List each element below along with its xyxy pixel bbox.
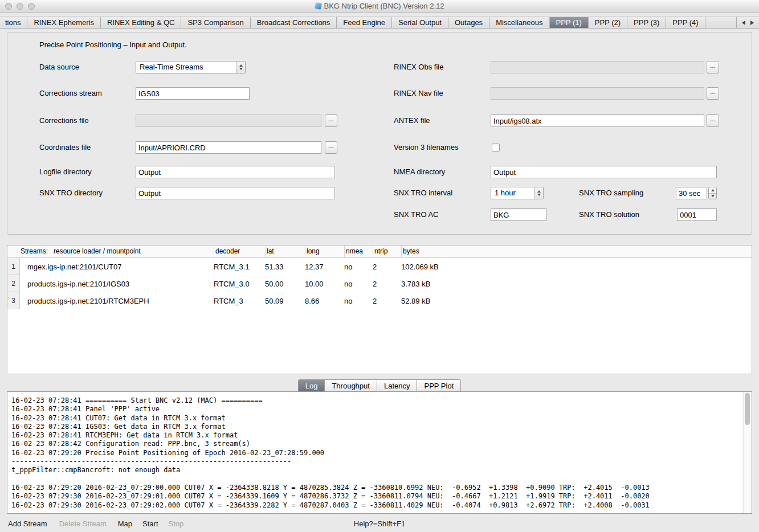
snx-tro-interval-select[interactable]: 1 hour: [491, 187, 544, 199]
streams-table-header: Streams: resource loader / mountpoint de…: [7, 245, 752, 258]
tab-throughput[interactable]: Throughput: [325, 379, 377, 392]
cell-nmea: no: [344, 258, 373, 275]
map-button[interactable]: Map: [118, 519, 132, 528]
corrections-file-input: [136, 114, 321, 127]
data-source-label: Data source: [39, 61, 79, 73]
cell-mountpoint: products.igs-ip.net:2101/IGS03: [20, 275, 214, 292]
tab-miscellaneous[interactable]: Miscellaneous: [489, 17, 549, 28]
cell-nmea: no: [344, 275, 373, 292]
cell-long: 12.37: [305, 258, 344, 275]
col-header-decoder[interactable]: decoder: [214, 245, 265, 257]
log-line: 16-02-23 07:29:30 2016-02-23_07:29:02.00…: [11, 501, 752, 510]
scroll-tabs-left-icon[interactable]: [742, 21, 745, 25]
snx-tro-interval-value: 1 hour: [495, 187, 516, 199]
app-icon: [314, 2, 321, 10]
stepper-down-icon[interactable]: [709, 193, 716, 199]
snx-tro-solution-input[interactable]: [677, 208, 717, 221]
nmea-directory-input[interactable]: [491, 166, 717, 178]
rinex-obs-file-browse-button[interactable]: ...: [707, 61, 719, 73]
col-header-lat[interactable]: lat: [265, 245, 305, 257]
tab-options-clipped[interactable]: tions: [0, 17, 27, 28]
data-source-value: Real-Time Streams: [140, 62, 203, 73]
corrections-stream-input[interactable]: [136, 87, 250, 100]
coordinates-file-browse-button[interactable]: ...: [325, 141, 337, 154]
tab-ppp-2[interactable]: PPP (2): [589, 17, 627, 28]
log-vertical-scrollbar[interactable]: [743, 392, 752, 513]
tab-ppp-plot[interactable]: PPP Plot: [417, 379, 461, 392]
col-header-ntrip[interactable]: ntrip: [373, 245, 401, 257]
tab-outages[interactable]: Outages: [448, 17, 489, 28]
cell-decoder: RTCM_3.0: [214, 275, 265, 292]
col-header-nmea[interactable]: nmea: [344, 245, 373, 257]
logfile-directory-input[interactable]: [136, 166, 335, 178]
tab-rinex-editing-qc[interactable]: RINEX Editing & QC: [101, 17, 182, 28]
tab-ppp-1[interactable]: PPP (1): [550, 17, 589, 28]
col-header-bytes[interactable]: bytes: [401, 245, 752, 257]
log-line: 16-02-23 07:28:41 CUT07: Get data in RTC…: [11, 414, 752, 423]
tab-broadcast-corrections[interactable]: Broadcast Corrections: [251, 17, 337, 28]
main-tab-bar: tions RINEX Ephemeris RINEX Editing & QC…: [0, 17, 759, 28]
log-line: ----------------------------------------…: [11, 457, 752, 466]
cell-decoder: RTCM_3: [214, 292, 265, 309]
cell-long: 8.66: [305, 292, 344, 309]
tab-ppp-3[interactable]: PPP (3): [627, 17, 666, 28]
cell-lat: 51.33: [265, 258, 305, 275]
table-row[interactable]: 3 products.igs-ip.net:2101/RTCM3EPH RTCM…: [7, 292, 752, 309]
snx-tro-solution-label: SNX TRO solution: [579, 208, 639, 221]
rinex-nav-file-browse-button[interactable]: ...: [707, 87, 719, 100]
col-header-long[interactable]: long: [305, 245, 344, 257]
coordinates-file-input[interactable]: [136, 141, 321, 154]
cell-bytes: 52.89 kB: [401, 292, 752, 309]
snx-tro-sampling-input[interactable]: [676, 187, 707, 199]
col-header-mountpoint[interactable]: Streams: resource loader / mountpoint: [7, 245, 214, 257]
rinex-obs-file-label: RINEX Obs file: [394, 61, 443, 73]
log-tab-bar: Log Throughput Latency PPP Plot: [0, 379, 759, 392]
cell-ntrip: 2: [373, 275, 401, 292]
cell-ntrip: 2: [373, 258, 401, 275]
antex-file-input[interactable]: [491, 114, 704, 127]
snx-tro-directory-input[interactable]: [136, 187, 335, 199]
add-stream-button[interactable]: Add Stream: [8, 519, 47, 528]
streams-table: Streams: resource loader / mountpoint de…: [7, 245, 752, 374]
tab-scroll-arrows[interactable]: [736, 17, 759, 28]
tab-rinex-ephemeris[interactable]: RINEX Ephemeris: [27, 17, 100, 28]
tab-sp3-comparison[interactable]: SP3 Comparison: [181, 17, 250, 28]
status-bar: Add Stream Delete Stream Map Start Stop …: [0, 515, 759, 532]
tab-serial-output[interactable]: Serial Output: [392, 17, 448, 28]
tab-log[interactable]: Log: [298, 379, 325, 392]
bnc-window: BKG Ntrip Client (BNC) Version 2.12 tion…: [0, 0, 759, 532]
log-output: 16-02-23 07:28:41 ========== Start BNC v…: [7, 392, 752, 510]
table-row[interactable]: 2 products.igs-ip.net:2101/IGS03 RTCM_3.…: [7, 275, 752, 292]
cell-bytes: 3.783 kB: [401, 275, 752, 292]
tab-latency[interactable]: Latency: [377, 379, 418, 392]
rinex-nav-file-input: [491, 87, 704, 100]
log-line: t_pppFilter::cmpBancroft: not enough dat…: [11, 466, 752, 474]
ppp-input-output-panel: Precise Point Positioning – Input and Ou…: [7, 32, 752, 235]
version3-filenames-checkbox[interactable]: [492, 144, 500, 152]
antex-file-browse-button[interactable]: ...: [707, 114, 719, 127]
snx-tro-directory-label: SNX TRO directory: [39, 187, 103, 199]
scrollbar-thumb[interactable]: [745, 393, 750, 425]
coordinates-file-label: Coordinates file: [39, 141, 91, 154]
rinex-obs-file-input: [491, 61, 704, 73]
help-hint: Help?=Shift+F1: [354, 519, 405, 528]
panel-heading: Precise Point Positioning – Input and Ou…: [39, 40, 187, 49]
snx-tro-sampling-stepper[interactable]: [708, 187, 717, 199]
data-source-select[interactable]: Real-Time Streams: [136, 61, 246, 73]
tab-ppp-4[interactable]: PPP (4): [666, 17, 705, 28]
stepper-up-icon[interactable]: [709, 187, 716, 193]
cell-ntrip: 2: [373, 292, 401, 309]
table-row[interactable]: 1 mgex.igs-ip.net:2101/CUT07 RTCM_3.1 51…: [7, 258, 752, 275]
log-line: 16-02-23 07:29:30 2016-02-23_07:29:01.00…: [11, 492, 752, 501]
corrections-file-browse-button[interactable]: ...: [325, 114, 337, 127]
title-bar: BKG Ntrip Client (BNC) Version 2.12: [0, 0, 759, 13]
snx-tro-ac-input[interactable]: [491, 208, 546, 221]
cell-nmea: no: [344, 292, 373, 309]
scroll-tabs-right-icon[interactable]: [750, 21, 754, 25]
corrections-stream-label: Corrections stream: [39, 87, 102, 100]
cell-long: 10.00: [305, 275, 344, 292]
start-button[interactable]: Start: [142, 519, 158, 528]
version3-filenames-label: Version 3 filenames: [394, 141, 458, 154]
tab-feed-engine[interactable]: Feed Engine: [337, 17, 392, 28]
window-title-text: BKG Ntrip Client (BNC) Version 2.12: [324, 2, 444, 10]
